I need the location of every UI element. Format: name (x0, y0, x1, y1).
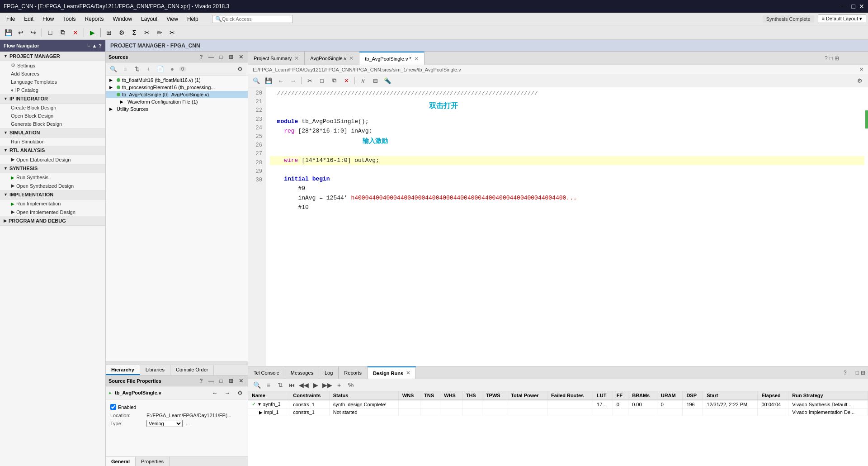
sidebar-item-language-templates[interactable]: Language Templates (0, 78, 105, 86)
bt-filter-btn[interactable]: ≡ (264, 380, 274, 390)
sidebar-item-ip-catalog[interactable]: ♦ IP Catalog (0, 86, 105, 94)
sfp-type-browse-btn[interactable]: ... (186, 421, 190, 426)
sidebar-item-settings[interactable]: ⚙ Settings (0, 61, 105, 70)
sources-max-icon[interactable]: ⊞ (227, 53, 235, 61)
toolbar-edit[interactable]: ✏ (154, 27, 165, 38)
ed-align-btn[interactable]: ⊟ (370, 76, 381, 86)
design-runs-close[interactable]: ✕ (406, 370, 410, 376)
sfp-tab-general[interactable]: General (106, 457, 136, 466)
tab-max-icon[interactable]: ⊞ (835, 55, 839, 62)
src-search-btn[interactable]: 🔍 (108, 64, 118, 74)
minimize-button[interactable]: — (842, 3, 848, 10)
sidebar-item-run-implementation[interactable]: ▶ Run Implementation (0, 200, 105, 208)
bt-float-icon[interactable]: □ (856, 370, 859, 376)
sfp-tab-properties[interactable]: Properties (136, 457, 170, 466)
sources-help-icon[interactable]: ? (197, 53, 205, 61)
sidebar-item-run-simulation[interactable]: Run Simulation (0, 138, 105, 146)
tab-libraries[interactable]: Libraries (140, 365, 170, 375)
section-header-synthesis[interactable]: ▼ SYNTHESIS (0, 164, 105, 173)
tab-hierarchy[interactable]: Hierarchy (106, 365, 140, 375)
nav-ctrl-1[interactable]: ≡ (87, 43, 90, 48)
menu-flow[interactable]: Flow (38, 15, 58, 23)
tab-reports[interactable]: Reports (339, 366, 368, 379)
sfp-type-select[interactable]: Verilog (146, 420, 183, 427)
toolbar-paste[interactable]: ⧉ (57, 27, 68, 38)
section-header-ip-integrator[interactable]: ▼ IP INTEGRATOR (0, 94, 105, 104)
src-add-btn[interactable]: + (144, 64, 154, 74)
ed-comment-btn[interactable]: // (358, 76, 368, 86)
ed-cut-btn[interactable]: ✂ (304, 76, 315, 86)
tab-project-summary[interactable]: Project Summary ✕ (248, 52, 305, 65)
tab-design-runs[interactable]: Design Runs ✕ (368, 366, 416, 379)
tab-tb-close[interactable]: ✕ (414, 56, 419, 62)
bt-first-btn[interactable]: ⏮ (287, 380, 297, 390)
sources-close-icon[interactable]: ✕ (237, 53, 245, 61)
tab-avgpoolsingle-close[interactable]: ✕ (349, 55, 354, 62)
editor-path-close[interactable]: ✕ (859, 67, 863, 72)
src-gear-btn[interactable]: ⚙ (235, 64, 245, 74)
menu-file[interactable]: File (2, 15, 19, 23)
sfp-forward-btn[interactable]: → (222, 388, 232, 398)
layout-dropdown[interactable]: ≡ Default Layout ▾ (818, 14, 866, 23)
menu-window[interactable]: Window (108, 15, 137, 23)
sidebar-item-run-synthesis[interactable]: ▶ Run Synthesis (0, 173, 105, 181)
toolbar-sigma[interactable]: Σ (129, 27, 140, 38)
sfp-float-icon[interactable]: □ (217, 377, 225, 385)
sfp-enabled-checkbox[interactable]: Enabled (110, 402, 243, 412)
bt-prev-btn[interactable]: ◀◀ (299, 380, 309, 390)
bt-search-btn[interactable]: 🔍 (252, 380, 262, 390)
tab-messages[interactable]: Messages (285, 366, 319, 379)
sidebar-item-open-implemented[interactable]: ▶ Open Implemented Design (0, 208, 105, 216)
bt-sort-btn[interactable]: ⇅ (275, 380, 285, 390)
toolbar-cut2[interactable]: ✂ (167, 27, 178, 38)
tab-compile-order[interactable]: Compile Order (170, 365, 214, 375)
expand-btn[interactable]: ▼ (257, 402, 262, 407)
sfp-min-icon[interactable]: — (207, 377, 215, 385)
src-sort-btn[interactable]: ⇅ (132, 64, 142, 74)
sfp-gear-btn[interactable]: ⚙ (235, 388, 245, 398)
ed-save-btn[interactable]: 💾 (263, 76, 274, 86)
src-dot-btn[interactable]: ● (167, 64, 177, 74)
sources-scrollbar[interactable] (106, 361, 248, 365)
ed-search-btn[interactable]: 🔍 (251, 76, 262, 86)
sources-float-icon[interactable]: □ (217, 53, 225, 61)
ed-copy-btn[interactable]: □ (316, 76, 327, 86)
tab-tcl-console[interactable]: Tcl Console (248, 366, 285, 379)
sidebar-item-generate-block-design[interactable]: Generate Block Design (0, 120, 105, 128)
sidebar-item-add-sources[interactable]: Add Sources (0, 70, 105, 78)
toolbar-save[interactable]: 💾 (3, 27, 14, 38)
tab-project-summary-close[interactable]: ✕ (294, 55, 299, 62)
toolbar-run[interactable]: ▶ (87, 27, 98, 38)
quick-access-bar[interactable]: 🔍 (212, 15, 293, 23)
ed-gear-btn[interactable]: ⚙ (854, 76, 865, 86)
ed-info-btn[interactable]: 🔦 (382, 76, 393, 86)
sfp-close-icon[interactable]: ✕ (237, 377, 245, 385)
sidebar-item-open-synthesized[interactable]: ▶ Open Synthesized Design (0, 181, 105, 190)
bt-help-icon[interactable]: ? (844, 370, 847, 376)
expand-btn[interactable]: ▶ (259, 410, 263, 415)
toolbar-settings[interactable]: ⚙ (116, 27, 127, 38)
quick-access-input[interactable] (222, 16, 290, 22)
src-file-btn[interactable]: 📄 (156, 64, 165, 74)
toolbar-copy[interactable]: □ (45, 27, 56, 38)
bt-next-btn[interactable]: ▶▶ (322, 380, 332, 390)
bt-add-btn[interactable]: + (334, 380, 344, 390)
toolbar-delete[interactable]: ✕ (70, 27, 81, 38)
menu-edit[interactable]: Edit (19, 15, 38, 23)
ed-delete-btn[interactable]: ✕ (341, 76, 352, 86)
toolbar-cut[interactable]: ✂ (142, 27, 152, 38)
bt-max-icon[interactable]: ⊞ (861, 370, 865, 376)
tree-item-utility[interactable]: ▶ Utility Sources (106, 105, 248, 113)
tab-float-icon[interactable]: □ (830, 55, 833, 62)
bt-play-btn[interactable]: ▶ (311, 380, 321, 390)
menu-tools[interactable]: Tools (58, 15, 80, 23)
menu-help[interactable]: Help (183, 15, 203, 23)
tree-item-waveform[interactable]: ▶ Waveform Configuration File (1) (106, 98, 248, 105)
bt-pct-btn[interactable]: % (346, 380, 356, 390)
sidebar-item-create-block-design[interactable]: Create Block Design (0, 104, 105, 112)
sidebar-item-open-elaborated[interactable]: ▶ Open Elaborated Design (0, 155, 105, 164)
ed-back-btn[interactable]: ← (275, 76, 286, 86)
section-header-rtl-analysis[interactable]: ▼ RTL ANALYSIS (0, 146, 105, 155)
sfp-back-btn[interactable]: ← (210, 388, 220, 398)
tab-avgpoolsingle-v[interactable]: AvgPoolSingle.v ✕ (305, 52, 359, 65)
